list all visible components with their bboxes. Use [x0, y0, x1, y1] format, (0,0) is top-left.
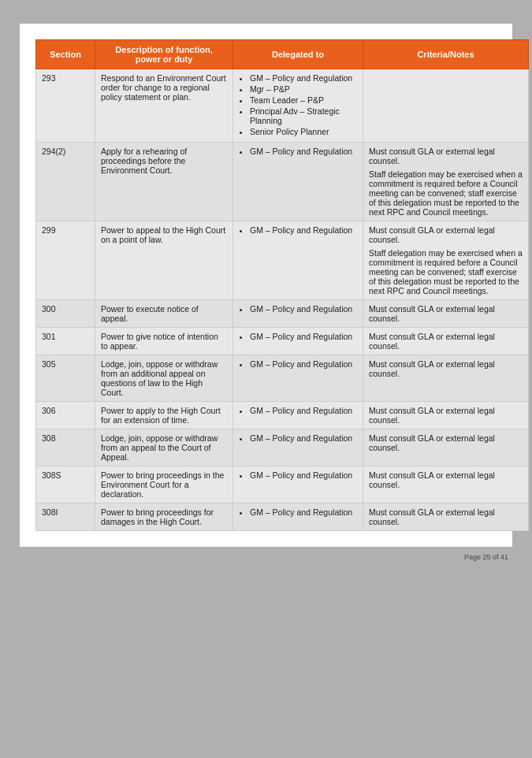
cell-section: 308I	[36, 503, 95, 531]
cell-description: Power to appeal to the High Court on a p…	[95, 221, 233, 300]
cell-description: Power to apply to the High Court for an …	[95, 402, 233, 429]
cell-section: 301	[36, 328, 95, 355]
cell-criteria: Must consult GLA or external legal couns…	[363, 466, 529, 503]
cell-delegated: GM – Policy and Regulation	[233, 355, 363, 402]
table-row: 300Power to execute notice of appeal.GM …	[36, 300, 529, 328]
table-row: 301Power to give notice of intention to …	[36, 328, 529, 355]
delegated-item: GM – Policy and Regulation	[250, 304, 357, 314]
cell-criteria: Must consult GLA or external legal couns…	[363, 300, 529, 328]
cell-description: Power to give notice of intention to app…	[95, 328, 233, 355]
col-header-description: Description of function, power or duty	[95, 40, 233, 69]
page-container: Section Description of function, power o…	[20, 24, 512, 547]
delegated-item: Mgr – P&P	[250, 84, 357, 94]
col-header-section: Section	[36, 40, 95, 69]
cell-description: Power to execute notice of appeal.	[95, 300, 233, 328]
cell-criteria: Must consult GLA or external legal couns…	[363, 221, 529, 300]
table-row: 306Power to apply to the High Court for …	[36, 402, 529, 429]
cell-description: Power to bring proceedings for damages i…	[95, 503, 233, 531]
delegated-item: Senior Policy Planner	[250, 127, 357, 136]
cell-delegated: GM – Policy and Regulation	[233, 466, 363, 503]
delegated-item: GM – Policy and Regulation	[250, 73, 357, 83]
col-header-criteria: Criteria/Notes	[363, 40, 529, 69]
cell-criteria: Must consult GLA or external legal couns…	[363, 143, 529, 221]
cell-section: 299	[36, 221, 95, 300]
cell-description: Lodge, join, oppose or withdraw from an …	[95, 355, 233, 402]
delegated-item: GM – Policy and Regulation	[250, 147, 357, 156]
cell-description: Lodge, join, oppose or withdraw from an …	[95, 429, 233, 466]
cell-delegated: GM – Policy and Regulation	[233, 402, 363, 429]
cell-description: Respond to an Environment Court order fo…	[95, 69, 233, 143]
cell-section: 305	[36, 355, 95, 402]
cell-criteria: Must consult GLA or external legal couns…	[363, 355, 529, 402]
cell-delegated: GM – Policy and Regulation	[233, 221, 363, 300]
cell-section: 308S	[36, 466, 95, 503]
cell-description: Apply for a rehearing of proceedings bef…	[95, 143, 233, 221]
col-header-delegated: Delegated to	[233, 40, 363, 69]
delegated-item: GM – Policy and Regulation	[250, 225, 357, 235]
cell-delegated: GM – Policy and RegulationMgr – P&PTeam …	[233, 69, 363, 143]
cell-delegated: GM – Policy and Regulation	[233, 300, 363, 328]
delegated-item: GM – Policy and Regulation	[250, 359, 357, 369]
page-number: Page 25 of 41	[464, 553, 508, 561]
cell-delegated: GM – Policy and Regulation	[233, 328, 363, 355]
cell-section: 294(2)	[36, 143, 95, 221]
cell-section: 306	[36, 402, 95, 429]
page-footer: Page 25 of 41	[20, 553, 512, 561]
table-row: 308Lodge, join, oppose or withdraw from …	[36, 429, 529, 466]
table-row: 299Power to appeal to the High Court on …	[36, 221, 529, 300]
cell-criteria: Must consult GLA or external legal couns…	[363, 402, 529, 429]
delegated-item: Team Leader – P&P	[250, 95, 357, 105]
cell-criteria	[363, 69, 529, 143]
table-row: 308IPower to bring proceedings for damag…	[36, 503, 529, 531]
delegated-item: GM – Policy and Regulation	[250, 332, 357, 341]
delegated-item: GM – Policy and Regulation	[250, 406, 357, 415]
delegated-item: Principal Adv – Strategic Planning	[250, 106, 357, 125]
cell-delegated: GM – Policy and Regulation	[233, 503, 363, 531]
table-row: 294(2)Apply for a rehearing of proceedin…	[36, 143, 529, 221]
delegation-table: Section Description of function, power o…	[35, 39, 529, 531]
cell-section: 300	[36, 300, 95, 328]
table-row: 305Lodge, join, oppose or withdraw from …	[36, 355, 529, 402]
delegated-item: GM – Policy and Regulation	[250, 470, 357, 480]
cell-criteria: Must consult GLA or external legal couns…	[363, 503, 529, 531]
delegated-item: GM – Policy and Regulation	[250, 507, 357, 517]
table-row: 293Respond to an Environment Court order…	[36, 69, 529, 143]
cell-criteria: Must consult GLA or external legal couns…	[363, 328, 529, 355]
cell-criteria: Must consult GLA or external legal couns…	[363, 429, 529, 466]
cell-delegated: GM – Policy and Regulation	[233, 143, 363, 221]
table-row: 308SPower to bring proceedings in the En…	[36, 466, 529, 503]
cell-section: 308	[36, 429, 95, 466]
delegated-item: GM – Policy and Regulation	[250, 433, 357, 443]
cell-delegated: GM – Policy and Regulation	[233, 429, 363, 466]
cell-section: 293	[36, 69, 95, 143]
cell-description: Power to bring proceedings in the Enviro…	[95, 466, 233, 503]
